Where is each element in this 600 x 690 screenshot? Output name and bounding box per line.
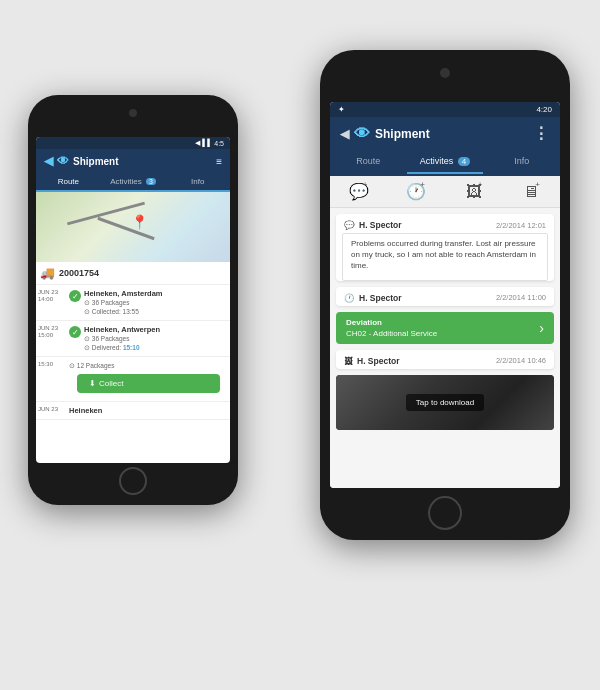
signal-icon: ◀ ▌▌ bbox=[195, 139, 212, 147]
home-button-back[interactable] bbox=[119, 467, 147, 495]
delivery-id: 20001754 bbox=[59, 268, 99, 278]
activity-date-3: 2/2/2014 10:46 bbox=[496, 356, 546, 365]
tab-info-back[interactable]: Info bbox=[165, 173, 230, 192]
truck-icon: 🚚 bbox=[40, 266, 55, 280]
action-icons-row: 💬 + 🕐 + 🖼 + 🖥 + bbox=[330, 176, 560, 208]
scene: ◀ ▌▌ 4:5 ◀ 👁 Shipment ≡ Route Activities bbox=[0, 0, 600, 690]
deviation-text: Deviation CH02 - Additional Service bbox=[346, 318, 437, 338]
stop-info-4: Heineken bbox=[69, 406, 228, 415]
activity-header-3: 🖼 H. Spector 2/2/2014 10:46 bbox=[336, 350, 554, 369]
tab-route-back[interactable]: Route bbox=[36, 173, 101, 192]
status-bar-front: ✦ 4:20 bbox=[330, 102, 560, 117]
activity-user-3: 🖼 H. Spector bbox=[344, 356, 400, 366]
plus-image: + bbox=[478, 180, 483, 189]
activity-date-2: 2/2/2014 11:00 bbox=[496, 293, 546, 302]
status-bar-back: ◀ ▌▌ 4:5 bbox=[36, 137, 230, 149]
screen-add-button[interactable]: 🖥 + bbox=[503, 182, 561, 201]
pkg-icon-3: ⊙ bbox=[69, 362, 75, 369]
image-type-icon-3: 🖼 bbox=[344, 356, 353, 366]
back-button-front[interactable]: ◀ bbox=[340, 127, 349, 141]
app-header-back: ◀ 👁 Shipment ≡ bbox=[36, 149, 230, 173]
clock-icon-2: ⊙ bbox=[84, 344, 90, 351]
clock-add-button[interactable]: 🕐 + bbox=[388, 182, 446, 201]
stop-date-3: 15:30 bbox=[38, 361, 66, 397]
tabs-back: Route Activities 3 Info bbox=[36, 173, 230, 192]
phone-back: ◀ ▌▌ 4:5 ◀ 👁 Shipment ≡ Route Activities bbox=[28, 95, 238, 505]
activity-header-1: 💬 H. Spector 2/2/2014 12:01 bbox=[336, 214, 554, 233]
pkg-icon-1: ⊙ bbox=[84, 299, 90, 306]
activities-list: 💬 H. Spector 2/2/2014 12:01 Problems occ… bbox=[330, 208, 560, 488]
stop-packages-3: ⊙ 12 Packages bbox=[69, 362, 228, 370]
stop-delivered-2: ⊙ Delivered: 15:10 bbox=[84, 344, 228, 352]
stop-row-3: 15:30 ⊙ 12 Packages ⬇ Collect bbox=[36, 357, 230, 402]
collect-button[interactable]: ⬇ Collect bbox=[77, 374, 220, 393]
stop-check-2: ✓ bbox=[69, 326, 81, 338]
screen-content-front: ✦ 4:20 ◀ 👁 Shipment ⋮ Route bbox=[330, 102, 560, 488]
map-pin: 📍 bbox=[131, 214, 148, 230]
camera-front bbox=[440, 68, 450, 78]
tab-activities-front[interactable]: Activites 4 bbox=[407, 150, 484, 174]
stop-row-4: JUN 23 Heineken bbox=[36, 402, 230, 420]
activity-card-1: 💬 H. Spector 2/2/2014 12:01 Problems occ… bbox=[336, 214, 554, 281]
activity-card-2: 🕐 H. Spector 2/2/2014 11:00 bbox=[336, 287, 554, 306]
screen-back: ◀ ▌▌ 4:5 ◀ 👁 Shipment ≡ Route Activities bbox=[36, 137, 230, 463]
map-area: 📍 bbox=[36, 192, 230, 262]
deviation-card[interactable]: Deviation CH02 - Additional Service › bbox=[336, 312, 554, 344]
deviation-chevron-icon: › bbox=[539, 320, 544, 336]
camera-back bbox=[129, 109, 137, 117]
bt-icon: ✦ bbox=[338, 105, 345, 114]
clock-icon-1: ⊙ bbox=[84, 308, 90, 315]
stop-info-2: Heineken, Antwerpen ⊙ 36 Packages ⊙ Deli… bbox=[84, 325, 228, 352]
screen-front: ✦ 4:20 ◀ 👁 Shipment ⋮ Route bbox=[330, 102, 560, 488]
stop-row-1: JUN 23 14:00 ✓ Heineken, Amsterdam ⊙ 36 … bbox=[36, 285, 230, 321]
stop-info-3: ⊙ 12 Packages ⬇ Collect bbox=[69, 361, 228, 397]
activity-header-2: 🕐 H. Spector 2/2/2014 11:00 bbox=[336, 287, 554, 306]
deviation-title: Deviation bbox=[346, 318, 437, 327]
menu-dots-front[interactable]: ⋮ bbox=[533, 124, 550, 143]
stop-collected-1: ⊙ Collected: 13:55 bbox=[84, 308, 228, 316]
menu-icon-back[interactable]: ≡ bbox=[216, 156, 222, 167]
tab-route-front[interactable]: Route bbox=[330, 150, 407, 174]
app-title-back: Shipment bbox=[73, 156, 119, 167]
app-header-front: ◀ 👁 Shipment ⋮ bbox=[330, 117, 560, 150]
stop-name-2: Heineken, Antwerpen bbox=[84, 325, 228, 334]
delivery-header: 🚚 20001754 bbox=[36, 262, 230, 285]
home-button-front[interactable] bbox=[428, 496, 462, 530]
activity-date-1: 2/2/2014 12:01 bbox=[496, 221, 546, 230]
stop-date-2: JUN 23 15:00 bbox=[38, 325, 66, 352]
image-add-button[interactable]: 🖼 + bbox=[445, 182, 503, 201]
plus-screen: + bbox=[535, 180, 540, 189]
time-back: 4:5 bbox=[214, 140, 224, 147]
stop-check-1: ✓ bbox=[69, 290, 81, 302]
stop-row-2: JUN 23 15:00 ✓ Heineken, Antwerpen ⊙ 36 … bbox=[36, 321, 230, 357]
activity-user-2: 🕐 H. Spector bbox=[344, 293, 402, 303]
tab-badge-activities-front: 4 bbox=[458, 157, 470, 166]
stop-packages-2: ⊙ 36 Packages bbox=[84, 335, 228, 343]
plus-comment: + bbox=[363, 180, 368, 189]
pkg-icon-2: ⊙ bbox=[84, 335, 90, 342]
phone-front: ✦ 4:20 ◀ 👁 Shipment ⋮ Route bbox=[320, 50, 570, 540]
activity-user-1: 💬 H. Spector bbox=[344, 220, 402, 230]
photo-card[interactable]: Tap to download bbox=[336, 375, 554, 430]
tab-info-front[interactable]: Info bbox=[483, 150, 560, 174]
app-title-front: Shipment bbox=[375, 127, 430, 141]
tap-download-label[interactable]: Tap to download bbox=[406, 394, 484, 411]
download-icon: ⬇ bbox=[89, 379, 96, 388]
stop-packages-1: ⊙ 36 Packages bbox=[84, 299, 228, 307]
activity-card-3: 🖼 H. Spector 2/2/2014 10:46 bbox=[336, 350, 554, 369]
comment-add-button[interactable]: 💬 + bbox=[330, 182, 388, 201]
stop-date-1: JUN 23 14:00 bbox=[38, 289, 66, 316]
app-logo-front: 👁 bbox=[354, 125, 370, 143]
stop-name-1: Heineken, Amsterdam bbox=[84, 289, 228, 298]
tab-badge-activities-back: 3 bbox=[146, 178, 156, 185]
plus-clock: + bbox=[420, 180, 425, 189]
stop-date-4: JUN 23 bbox=[38, 406, 66, 415]
time-front: 4:20 bbox=[536, 105, 552, 114]
tabs-front: Route Activites 4 Info bbox=[330, 150, 560, 176]
activity-message-1: Problems occurred during transfer. Lost … bbox=[342, 233, 548, 281]
deviation-subtitle: CH02 - Additional Service bbox=[346, 329, 437, 338]
app-logo-back: 👁 bbox=[57, 154, 69, 168]
back-button-back[interactable]: ◀ bbox=[44, 154, 53, 168]
tab-activities-back[interactable]: Activities 3 bbox=[101, 173, 166, 192]
stop-info-1: Heineken, Amsterdam ⊙ 36 Packages ⊙ Coll… bbox=[84, 289, 228, 316]
